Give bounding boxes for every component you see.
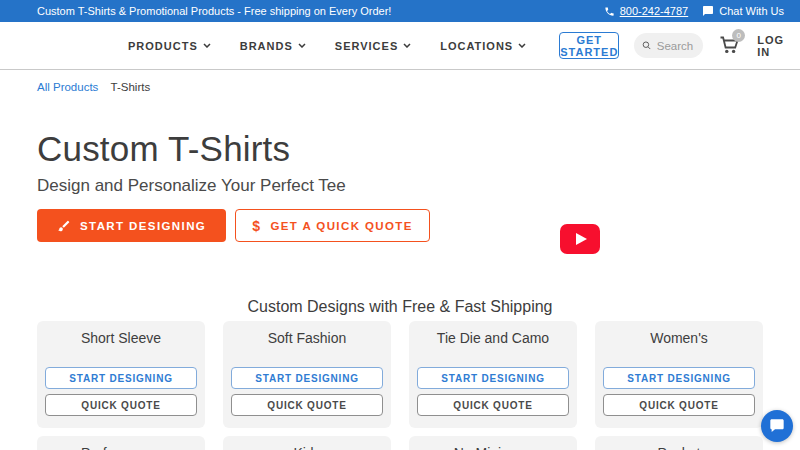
card-quick-quote-button[interactable]: QUICK QUOTE [417, 394, 569, 416]
card-title: Soft Fashion [231, 330, 383, 346]
chevron-down-icon [298, 43, 306, 48]
search-icon [642, 39, 651, 52]
phone-icon [604, 6, 615, 17]
breadcrumb-all-products[interactable]: All Products [37, 81, 98, 93]
card-womens: Women's START DESIGNING QUICK QUOTE [595, 321, 763, 428]
quick-quote-button[interactable]: $ GET A QUICK QUOTE [235, 209, 430, 242]
chevron-down-icon [403, 43, 411, 48]
card-short-sleeve: Short Sleeve START DESIGNING QUICK QUOTE [37, 321, 205, 428]
start-designing-button[interactable]: START DESIGNING [37, 209, 226, 242]
promo-topbar: Custom T-Shirts & Promotional Products -… [0, 0, 800, 22]
nav-services-label: SERVICES [335, 40, 398, 52]
nav-products[interactable]: PRODUCTS [128, 40, 211, 52]
nav-brands-label: BRANDS [240, 40, 293, 52]
breadcrumb: All Products T-Shirts [0, 70, 800, 93]
play-icon [576, 233, 587, 245]
chat-icon [702, 5, 714, 17]
nav-locations[interactable]: LOCATIONS [440, 40, 526, 52]
card-start-designing-button[interactable]: START DESIGNING [417, 367, 569, 389]
hero-section: Custom T-Shirts Design and Personalize Y… [0, 93, 800, 242]
nav-products-label: PRODUCTS [128, 40, 198, 52]
card-title: Pocket [603, 445, 755, 450]
card-title: Short Sleeve [45, 330, 197, 346]
youtube-play-button[interactable] [560, 224, 600, 254]
paintbrush-icon [57, 219, 71, 233]
chevron-down-icon [518, 43, 526, 48]
nav-locations-label: LOCATIONS [440, 40, 513, 52]
card-soft-fashion: Soft Fashion START DESIGNING QUICK QUOTE [223, 321, 391, 428]
section-title: Custom Designs with Free & Fast Shipping [0, 298, 800, 316]
card-quick-quote-button[interactable]: QUICK QUOTE [45, 394, 197, 416]
card-title: Tie Die and Camo [417, 330, 569, 346]
cart-button[interactable]: 0 [717, 33, 741, 59]
hero-subtitle: Design and Personalize Your Perfect Tee [37, 176, 800, 196]
category-cards-row2: Performance START DESIGNING QUICK QUOTE … [37, 436, 763, 450]
card-no-minimum: No Minimum START DESIGNING QUICK QUOTE [409, 436, 577, 450]
get-started-button[interactable]: GET STARTED [559, 32, 619, 59]
card-pocket: Pocket START DESIGNING QUICK QUOTE [595, 436, 763, 450]
login-link[interactable]: LOG IN [757, 34, 784, 58]
nav-services[interactable]: SERVICES [335, 40, 411, 52]
card-tie-die-and-camo: Tie Die and Camo START DESIGNING QUICK Q… [409, 321, 577, 428]
card-quick-quote-button[interactable]: QUICK QUOTE [231, 394, 383, 416]
card-start-designing-button[interactable]: START DESIGNING [231, 367, 383, 389]
cart-count-badge: 0 [732, 29, 745, 42]
card-title: Performance [45, 445, 197, 450]
chat-with-us-link[interactable]: Chat With Us [702, 5, 784, 17]
breadcrumb-current: T-Shirts [111, 81, 151, 93]
nav-brands[interactable]: BRANDS [240, 40, 306, 52]
card-kids: Kids START DESIGNING QUICK QUOTE [223, 436, 391, 450]
chevron-down-icon [203, 43, 211, 48]
dollar-icon: $ [252, 218, 261, 234]
phone-number: 800-242-4787 [620, 5, 689, 17]
promo-text: Custom T-Shirts & Promotional Products -… [37, 5, 391, 17]
quick-quote-label: GET A QUICK QUOTE [270, 220, 412, 232]
phone-link[interactable]: 800-242-4787 [604, 5, 689, 17]
category-cards-row1: Short Sleeve START DESIGNING QUICK QUOTE… [37, 321, 763, 428]
chat-bubble-icon [769, 418, 785, 434]
search-bar[interactable] [634, 33, 703, 58]
card-title: Women's [603, 330, 755, 346]
card-performance: Performance START DESIGNING QUICK QUOTE [37, 436, 205, 450]
search-input[interactable] [657, 40, 695, 52]
card-title: No Minimum [417, 445, 569, 450]
main-navbar: PRODUCTS BRANDS SERVICES LOCATIONS GET S… [0, 22, 800, 70]
card-start-designing-button[interactable]: START DESIGNING [45, 367, 197, 389]
chat-label: Chat With Us [719, 5, 784, 17]
start-designing-label: START DESIGNING [80, 220, 206, 232]
card-quick-quote-button[interactable]: QUICK QUOTE [603, 394, 755, 416]
page-title: Custom T-Shirts [37, 129, 800, 169]
chat-widget-button[interactable] [761, 410, 793, 442]
card-title: Kids [231, 445, 383, 450]
card-start-designing-button[interactable]: START DESIGNING [603, 367, 755, 389]
